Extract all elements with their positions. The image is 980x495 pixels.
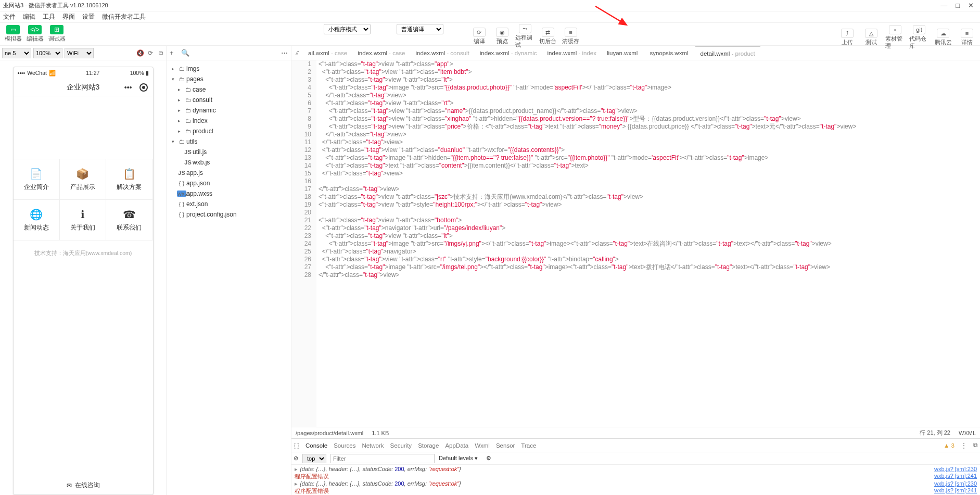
levels-select[interactable]: Default levels ▾ xyxy=(439,455,478,462)
grid-item[interactable]: ☎联系我们 xyxy=(106,200,152,240)
grid-icon: 📋 xyxy=(123,168,136,180)
file-name: consult xyxy=(193,96,212,104)
menu-view[interactable]: 界面 xyxy=(62,13,75,21)
menu-dots-icon[interactable]: ••• xyxy=(124,83,132,92)
editor-panel: ⫽ ail.wxml- caseindex.wxml- caseindex.wx… xyxy=(291,46,980,495)
minimize-icon[interactable]: ― xyxy=(940,2,947,9)
console-source-link[interactable]: wxb.js? [sm]:230 xyxy=(934,480,977,487)
file-tree-panel: + 🔍 ⋯ ▸🗀imgs▾🗀pages▸🗀case▸🗀consult▸🗀dyna… xyxy=(167,46,291,495)
tree-item[interactable]: ▾🗀pages xyxy=(167,74,291,84)
menu-wechat[interactable]: 微信开发者工具 xyxy=(102,13,146,21)
context-select[interactable]: top xyxy=(302,454,326,463)
console-source-link[interactable]: wxb.js? [sm]:241 xyxy=(934,473,977,480)
tree-item[interactable]: { }ext.json xyxy=(167,199,291,209)
filter-input[interactable] xyxy=(330,454,435,463)
menu-tool[interactable]: 工具 xyxy=(43,13,55,21)
devtools-dock-icon[interactable]: ⧉ xyxy=(973,442,978,449)
menu-setting[interactable]: 设置 xyxy=(82,13,95,21)
close-icon[interactable]: ✕ xyxy=(968,2,974,9)
tab-trace[interactable]: Trace xyxy=(521,442,536,449)
editor-tab[interactable]: index.wxml- index xyxy=(542,46,602,60)
menu-file[interactable]: 文件 xyxy=(3,13,16,21)
code-editor[interactable]: 1234567891011121314151617181920212223242… xyxy=(291,60,980,427)
window-controls: ― □ ✕ xyxy=(940,2,977,9)
tree-item[interactable]: { }app.json xyxy=(167,178,291,188)
mode-select[interactable]: 小程序模式 xyxy=(324,24,371,34)
editor-tab[interactable]: index.wxml- dynamic xyxy=(475,46,542,60)
warning-badge[interactable]: ▲ 3 xyxy=(944,442,954,449)
tab-storage[interactable]: Storage xyxy=(418,442,439,449)
grid-item[interactable]: ℹ关于我们 xyxy=(60,200,106,240)
tree-item[interactable]: ▸🗀product xyxy=(167,126,291,136)
simulator-button[interactable]: ▭模拟器 xyxy=(3,25,23,43)
editor-tab[interactable]: synopsis.wxml xyxy=(644,46,695,60)
tab-sources[interactable]: Sources xyxy=(334,442,355,449)
debugger-button[interactable]: ⊞调试器 xyxy=(47,25,67,43)
editor-tab[interactable]: detail.wxml- product xyxy=(695,46,760,60)
popup-icon[interactable]: ⧉ xyxy=(156,49,166,57)
tab-strip: ail.wxml- caseindex.wxml- caseindex.wxml… xyxy=(303,46,980,60)
wifi-icon: 📶 xyxy=(49,70,56,77)
tree-item[interactable]: ▸🗀case xyxy=(167,84,291,95)
tab-wxml[interactable]: Wxml xyxy=(475,442,490,449)
editor-button[interactable]: </>编辑器 xyxy=(25,25,45,43)
folder-icon: 🗀 xyxy=(183,86,193,93)
mute-icon[interactable]: 🔇 xyxy=(135,49,145,57)
tree-item[interactable]: { }project.config.json xyxy=(167,209,291,220)
console-source-link[interactable]: wxb.js? [sm]:230 xyxy=(934,466,977,473)
remote-debug-button[interactable]: ⤳远程调试 xyxy=(515,24,535,49)
editor-tab[interactable]: ail.wxml- case xyxy=(303,46,352,60)
clear-console-icon[interactable]: ⊘ xyxy=(294,455,298,462)
maximize-icon[interactable]: □ xyxy=(956,2,960,9)
tab-appdata[interactable]: AppData xyxy=(445,442,468,449)
tab-console[interactable]: Console xyxy=(306,442,327,449)
grid-item[interactable]: 📄企业简介 xyxy=(14,159,60,200)
device-select[interactable]: ne 5 xyxy=(2,48,31,58)
split-icon[interactable]: ⫽ xyxy=(291,49,303,57)
tab-security[interactable]: Security xyxy=(390,442,412,449)
console-output[interactable]: ▸{data: {…}, header: {…}, statusCode: 20… xyxy=(291,465,980,495)
file-tree-head: + 🔍 ⋯ xyxy=(167,46,291,60)
tree-item[interactable]: JSutil.js xyxy=(167,147,291,157)
consult-bar[interactable]: ✉ 在线咨询 xyxy=(14,476,153,494)
caret-icon: ▸ xyxy=(178,129,183,134)
devtools-menu-icon[interactable]: ⋮ xyxy=(961,442,967,449)
tree-item[interactable]: wxssapp.wxss xyxy=(167,188,291,199)
tree-item[interactable]: ▸🗀consult xyxy=(167,95,291,105)
tab-network[interactable]: Network xyxy=(362,442,384,449)
tree-item[interactable]: ▸🗀index xyxy=(167,116,291,126)
grid-item[interactable]: 📦产品展示 xyxy=(60,159,106,200)
grid-item[interactable]: 📋解决方案 xyxy=(106,159,152,200)
tab-sensor[interactable]: Sensor xyxy=(496,442,515,449)
search-icon[interactable]: 🔍 xyxy=(181,49,189,57)
new-file-icon[interactable]: + xyxy=(170,49,174,57)
editor-tab[interactable]: liuyan.wxml xyxy=(602,46,644,60)
compile-button[interactable]: ⟳编译 xyxy=(469,24,489,49)
menu-edit[interactable]: 编辑 xyxy=(23,13,35,21)
menu-icon: ≡ xyxy=(961,29,973,38)
tree-item[interactable]: ▾🗀utils xyxy=(167,136,291,147)
grid-item[interactable]: 🌐新闻动态 xyxy=(14,200,60,240)
editor-tab[interactable]: index.wxml- consult xyxy=(410,46,474,60)
rotate-icon[interactable]: ⟳ xyxy=(145,49,156,57)
tree-item[interactable]: JSwxb.js xyxy=(167,157,291,168)
zoom-select[interactable]: 100% xyxy=(33,48,62,58)
tree-item[interactable]: JSapp.js xyxy=(167,168,291,178)
tree-item[interactable]: ▸🗀imgs xyxy=(167,64,291,74)
console-source-link[interactable]: wxb.js? [sm]:241 xyxy=(934,487,977,495)
editor-tab[interactable]: index.wxml- case xyxy=(352,46,410,60)
grid-label: 联系我们 xyxy=(117,224,142,232)
more-icon[interactable]: ⋯ xyxy=(281,49,288,57)
network-select[interactable]: WiFi xyxy=(65,48,94,58)
clear-cache-button[interactable]: ≡清缓存 xyxy=(561,24,581,49)
compile-select[interactable]: 普通编译 xyxy=(397,24,443,34)
inspect-icon[interactable]: ⬚ xyxy=(294,442,299,449)
preview-button[interactable]: ◉预览 xyxy=(492,24,512,49)
background-button[interactable]: ⇄切后台 xyxy=(538,24,558,49)
json-icon: { } xyxy=(177,180,186,186)
code-content[interactable]: <"t-attr">class="t-tag">view "t-attr">cl… xyxy=(316,60,980,427)
settings-icon[interactable]: ⚙ xyxy=(486,455,491,462)
close-circle-icon[interactable] xyxy=(139,83,148,92)
toolbar: ▭模拟器 </>编辑器 ⊞调试器 小程序模式 普通编译 ⟳编译 ◉预览 ⤳远程调… xyxy=(0,23,980,46)
tree-item[interactable]: ▸🗀dynamic xyxy=(167,105,291,116)
